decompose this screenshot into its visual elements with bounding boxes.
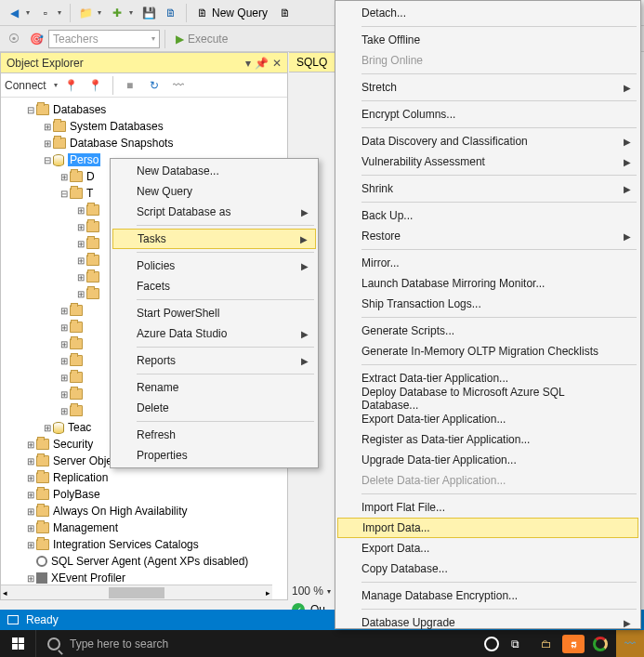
extra-icon[interactable]: 🗎 xyxy=(275,3,296,23)
mi-powershell[interactable]: Start PowerShell xyxy=(112,303,316,323)
mi-properties[interactable]: Properties xyxy=(112,445,316,466)
mi-copy-db[interactable]: Copy Database... xyxy=(337,558,638,579)
open-icon[interactable]: 📁 xyxy=(75,3,96,23)
mi-restore[interactable]: Restore▶ xyxy=(337,226,638,246)
mi-ads[interactable]: Azure Data Studio▶ xyxy=(112,323,316,344)
snapshots[interactable]: Database Snapshots xyxy=(70,137,173,150)
xevent[interactable]: XEvent Profiler xyxy=(51,572,125,585)
new-icon[interactable]: ✚ xyxy=(107,3,127,23)
replication[interactable]: Replication xyxy=(53,471,108,484)
mi-detach[interactable]: Detach... xyxy=(337,3,638,23)
mi-bring-online: Bring Online xyxy=(337,50,638,71)
file-icon[interactable]: ▫ xyxy=(35,3,56,23)
mi-register-dt[interactable]: Register as Data-tier Application... xyxy=(337,429,638,450)
mi-rename[interactable]: Rename xyxy=(112,377,316,398)
submenu-arrow-icon: ▶ xyxy=(300,234,308,244)
agent[interactable]: SQL Server Agent (Agent XPs disabled) xyxy=(51,555,248,568)
cortana-icon[interactable] xyxy=(484,637,499,651)
sql-tab[interactable]: SQLQ xyxy=(289,52,335,72)
back-icon[interactable]: ◀ xyxy=(4,3,24,23)
scroll-right-icon[interactable]: ▸ xyxy=(266,588,270,598)
tool-icon[interactable]: 🎯 xyxy=(26,29,46,49)
scroll-left-icon[interactable]: ◂ xyxy=(3,588,7,598)
mi-export-data[interactable]: Export Data... xyxy=(337,538,638,558)
execute-button[interactable]: ▶ Execute xyxy=(170,33,233,46)
submenu-arrow-icon: ▶ xyxy=(301,356,309,366)
execute-label: Execute xyxy=(188,33,228,46)
mi-shrink[interactable]: Shrink▶ xyxy=(337,178,638,199)
xampp-icon[interactable]: ຘ xyxy=(562,635,585,653)
dropdown-icon[interactable]: ▾ xyxy=(245,57,251,70)
target-icon[interactable]: ⦿ xyxy=(4,29,24,49)
submenu-arrow-icon: ▶ xyxy=(624,618,631,628)
node-d[interactable]: D xyxy=(86,170,95,183)
submenu-arrow-icon: ▶ xyxy=(624,157,631,167)
submenu-arrow-icon: ▶ xyxy=(301,207,309,217)
filter1-icon[interactable]: 📍 xyxy=(61,75,82,96)
h-scrollbar[interactable]: ◂ ▸ xyxy=(1,585,272,599)
start-button[interactable] xyxy=(0,630,35,657)
submenu-arrow-icon: ▶ xyxy=(301,329,309,339)
sysdb[interactable]: System Databases xyxy=(70,120,164,133)
mi-facets[interactable]: Facets xyxy=(112,276,316,296)
chrome-icon[interactable] xyxy=(585,630,616,657)
mi-delete[interactable]: Delete xyxy=(112,398,316,418)
taskview-icon[interactable]: ⧉ xyxy=(499,630,531,657)
mi-vuln[interactable]: Vulnerability Assessment▶ xyxy=(337,151,638,172)
mi-stretch[interactable]: Stretch▶ xyxy=(337,77,638,98)
mi-refresh[interactable]: Refresh xyxy=(112,425,316,445)
object-explorer-header: Object Explorer ▾ 📌 ✕ xyxy=(1,53,287,73)
connect-label[interactable]: Connect xyxy=(5,79,46,92)
mi-encrypt[interactable]: Encrypt Columns... xyxy=(337,104,638,125)
mi-import-flat[interactable]: Import Flat File... xyxy=(337,497,638,518)
aoha[interactable]: Always On High Availability xyxy=(53,505,188,518)
mi-import-data[interactable]: Import Data... xyxy=(337,518,638,538)
saveall-icon[interactable]: 🗎 xyxy=(161,3,181,23)
selected-db[interactable]: Perso xyxy=(68,153,100,166)
query-icon: 🗎 xyxy=(197,7,208,20)
mi-db-upgrade[interactable]: Database Upgrade▶ xyxy=(337,612,638,633)
mi-gen-oltp[interactable]: Generate In-Memory OLTP Migration Checkl… xyxy=(337,341,638,361)
app-icon[interactable]: 〰 xyxy=(616,630,644,657)
mi-reports[interactable]: Reports▶ xyxy=(112,350,316,371)
submenu-arrow-icon: ▶ xyxy=(624,137,631,147)
mi-take-offline[interactable]: Take Offline xyxy=(337,30,638,50)
save-icon[interactable]: 💾 xyxy=(138,3,159,23)
mi-gen-scripts[interactable]: Generate Scripts... xyxy=(337,321,638,341)
mi-launch-mirror[interactable]: Launch Database Mirroring Monitor... xyxy=(337,273,638,294)
mi-script-db[interactable]: Script Database as▶ xyxy=(112,202,316,222)
isc[interactable]: Integration Services Catalogs xyxy=(53,538,199,551)
close-icon[interactable]: ✕ xyxy=(272,57,282,70)
management[interactable]: Management xyxy=(53,521,118,534)
scroll-thumb[interactable] xyxy=(109,587,164,598)
db-root[interactable]: Databases xyxy=(53,103,106,116)
explorer-icon[interactable]: 🗀 xyxy=(531,630,562,657)
mi-discovery[interactable]: Data Discovery and Classification▶ xyxy=(337,131,638,151)
mi-deploy-azure[interactable]: Deploy Database to Microsoft Azure SQL D… xyxy=(337,388,638,409)
security[interactable]: Security xyxy=(53,438,93,451)
node-t[interactable]: T xyxy=(86,187,93,200)
mi-policies[interactable]: Policies▶ xyxy=(112,256,316,276)
refresh-icon[interactable]: ↻ xyxy=(144,75,164,96)
stop-icon[interactable]: ■ xyxy=(120,75,140,96)
mi-mirror[interactable]: Mirror... xyxy=(337,253,638,273)
mi-backup[interactable]: Back Up... xyxy=(337,205,638,226)
new-query-label: New Query xyxy=(212,7,268,20)
pin-icon[interactable]: 📌 xyxy=(255,57,269,70)
mi-ship-logs[interactable]: Ship Transaction Logs... xyxy=(337,294,638,314)
mi-export-dt[interactable]: Export Data-tier Application... xyxy=(337,409,638,429)
new-query-button[interactable]: 🗎 New Query xyxy=(191,3,273,23)
polybase[interactable]: PolyBase xyxy=(53,488,100,501)
activity-icon[interactable]: 〰 xyxy=(168,75,189,96)
taskbar-search[interactable]: Type here to search xyxy=(35,630,314,657)
database-combo[interactable]: Teachers ▾ xyxy=(48,30,160,48)
mi-manage-enc[interactable]: Manage Database Encryption... xyxy=(337,585,638,606)
mi-new-db[interactable]: New Database... xyxy=(112,161,316,181)
mi-tasks[interactable]: Tasks▶ xyxy=(112,229,316,249)
teac-db[interactable]: Teac xyxy=(68,421,91,434)
taskbar: Type here to search ⧉ 🗀 ຘ 〰 xyxy=(0,630,644,657)
mi-new-query[interactable]: New Query xyxy=(112,181,316,202)
mi-upgrade-dt[interactable]: Upgrade Data-tier Application... xyxy=(337,450,638,470)
play-icon: ▶ xyxy=(176,33,184,46)
filter2-icon[interactable]: 📍 xyxy=(85,75,106,96)
